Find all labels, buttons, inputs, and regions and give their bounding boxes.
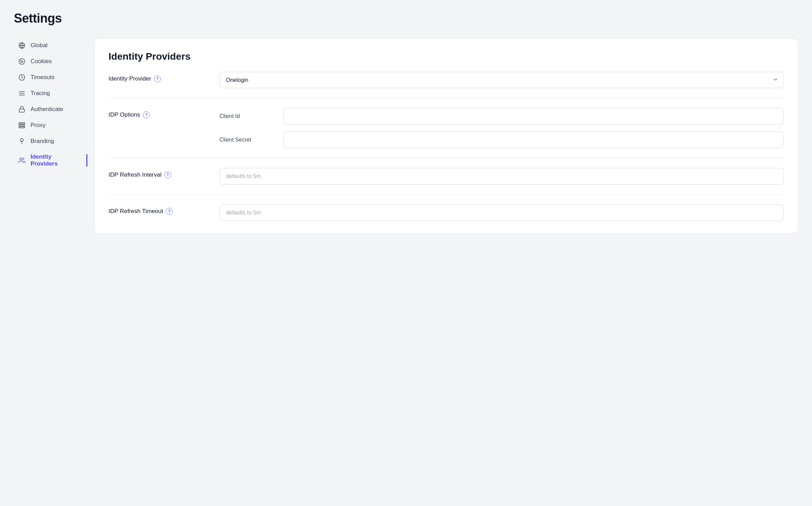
idp-options-fields: Client Id Client Secret [219, 108, 784, 148]
client-secret-input[interactable] [283, 132, 784, 148]
sidebar-item-tracing[interactable]: Tracing [14, 86, 83, 101]
sidebar-item-proxy-label: Proxy [31, 122, 45, 129]
sidebar-item-authenticate[interactable]: Authenticate [14, 102, 83, 117]
sidebar-item-global-label: Global [31, 42, 47, 49]
server-icon [18, 121, 26, 129]
svg-rect-13 [19, 127, 25, 128]
idp-refresh-timeout-label: IDP Refresh Timeout ? [109, 204, 206, 215]
divider-1 [109, 98, 784, 98]
svg-rect-12 [19, 125, 25, 126]
main-panel: Identity Providers Identity Provider ? O… [94, 38, 798, 234]
client-id-input[interactable] [283, 108, 784, 125]
identity-provider-label: Identity Provider ? [109, 72, 206, 82]
idp-options-row: IDP Options ? Client Id Client Secret [109, 108, 784, 148]
svg-point-17 [20, 158, 22, 160]
idp-refresh-interval-row: IDP Refresh Interval ? [109, 168, 784, 185]
idp-refresh-interval-label: IDP Refresh Interval ? [109, 168, 206, 178]
divider-3 [109, 194, 784, 195]
cookie-icon [18, 58, 26, 65]
idp-options-help-icon[interactable]: ? [143, 111, 150, 118]
sidebar-item-timeouts[interactable]: Timeouts [14, 70, 83, 85]
sidebar-item-global[interactable]: Global [14, 38, 83, 53]
identity-provider-select-wrapper: Onelogin Okta Auth0 Azure AD Google SAML [219, 72, 784, 88]
svg-point-3 [20, 60, 21, 61]
client-secret-label: Client Secret [219, 137, 275, 143]
sidebar-item-cookies-label: Cookies [31, 58, 52, 65]
client-secret-field: Client Secret [219, 132, 784, 148]
sidebar-item-tracing-label: Tracing [31, 90, 50, 97]
app-layout: Global Cookies [14, 38, 798, 234]
users-icon [18, 157, 26, 164]
idp-refresh-timeout-input[interactable] [219, 204, 784, 221]
idp-refresh-interval-help-icon[interactable]: ? [164, 171, 171, 178]
identity-provider-row: Identity Provider ? Onelogin Okta Auth0 … [109, 72, 784, 88]
client-id-input-wrapper [283, 108, 784, 125]
client-id-label: Client Id [219, 113, 275, 119]
sidebar-item-branding[interactable]: Branding [14, 134, 83, 149]
client-id-field: Client Id [219, 108, 784, 125]
sidebar-item-timeouts-label: Timeouts [31, 74, 54, 81]
divider-2 [109, 158, 784, 158]
sidebar-item-identity-providers[interactable]: Identity Providers [14, 150, 83, 171]
svg-point-4 [23, 62, 23, 62]
lock-icon [18, 106, 26, 113]
sidebar-item-authenticate-label: Authenticate [31, 106, 63, 113]
globe-icon [18, 42, 26, 49]
section-title: Identity Providers [109, 51, 784, 62]
idp-refresh-interval-input[interactable] [219, 168, 784, 185]
sidebar-item-branding-label: Branding [31, 138, 54, 145]
lines-icon [18, 90, 26, 97]
sidebar-item-proxy[interactable]: Proxy [14, 118, 83, 133]
identity-provider-input-area: Onelogin Okta Auth0 Azure AD Google SAML [219, 72, 784, 88]
identity-provider-select[interactable]: Onelogin Okta Auth0 Azure AD Google SAML [219, 72, 784, 88]
idp-options-label: IDP Options ? [109, 108, 206, 118]
idp-refresh-timeout-input-area [219, 204, 784, 221]
tag-icon [18, 137, 26, 145]
svg-point-5 [21, 62, 21, 63]
idp-refresh-timeout-row: IDP Refresh Timeout ? [109, 204, 784, 221]
svg-rect-11 [19, 123, 25, 124]
svg-rect-10 [19, 109, 25, 112]
idp-refresh-interval-input-area [219, 168, 784, 185]
clock-icon [18, 74, 26, 81]
identity-provider-help-icon[interactable]: ? [154, 75, 161, 82]
sidebar-item-identity-providers-label: Identity Providers [31, 153, 79, 167]
page-title: Settings [14, 11, 798, 26]
client-secret-input-wrapper [283, 132, 784, 148]
sidebar: Global Cookies [14, 38, 83, 171]
sidebar-item-cookies[interactable]: Cookies [14, 54, 83, 69]
idp-refresh-timeout-help-icon[interactable]: ? [166, 208, 173, 215]
